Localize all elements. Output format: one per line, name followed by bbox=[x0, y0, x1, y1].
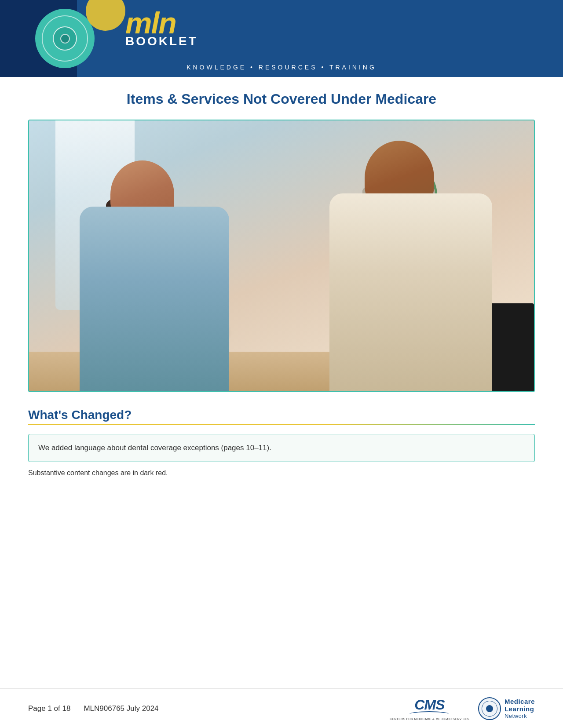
mln-label-medicare: Medicare bbox=[505, 698, 535, 705]
section-underline bbox=[28, 424, 535, 425]
cms-logo-text: CMS bbox=[414, 697, 444, 713]
logo-mln-text: mln bbox=[125, 8, 176, 38]
mln-circle-icon bbox=[478, 697, 501, 720]
person-man bbox=[323, 127, 508, 391]
header-tagline: KNOWLEDGE • RESOURCES • TRAINING bbox=[0, 64, 563, 71]
mln-logo: mln BOOKLET bbox=[125, 8, 198, 48]
whats-changed-section: What's Changed? We added language about … bbox=[28, 408, 535, 477]
page-header: mln BOOKLET KNOWLEDGE • RESOURCES • TRAI… bbox=[0, 0, 563, 77]
cms-subtitle: CENTERS FOR MEDICARE & MEDICAID SERVICES bbox=[390, 717, 469, 721]
main-content: Items & Services Not Covered Under Medic… bbox=[0, 77, 563, 502]
cms-logo: CMS CENTERS FOR MEDICARE & MEDICAID SERV… bbox=[390, 697, 469, 721]
header-circle-teal bbox=[35, 9, 95, 68]
mln-label-network: Network bbox=[505, 713, 535, 719]
cover-image bbox=[28, 120, 535, 392]
person-woman bbox=[64, 141, 249, 391]
page-footer: Page 1 of 18 MLN906765 July 2024 CMS CEN… bbox=[0, 688, 563, 728]
page-number: Page 1 of 18 bbox=[28, 704, 70, 713]
logo-booklet-text: BOOKLET bbox=[125, 34, 198, 48]
whats-changed-title: What's Changed? bbox=[28, 408, 535, 422]
doc-reference: MLN906765 July 2024 bbox=[84, 704, 158, 713]
substantive-note: Substantive content changes are in dark … bbox=[28, 469, 535, 477]
mln-label-learning: Learning bbox=[505, 705, 535, 713]
mln-logo-text-block: Medicare Learning Network bbox=[505, 698, 535, 719]
footer-logos: CMS CENTERS FOR MEDICARE & MEDICAID SERV… bbox=[390, 697, 535, 721]
cms-arc bbox=[409, 711, 449, 717]
photo-scene bbox=[29, 120, 534, 391]
document-title: Items & Services Not Covered Under Medic… bbox=[28, 91, 535, 107]
change-note-box: We added language about dental coverage … bbox=[28, 434, 535, 462]
mln-logo-footer: Medicare Learning Network bbox=[478, 697, 535, 720]
footer-left: Page 1 of 18 MLN906765 July 2024 bbox=[28, 704, 390, 713]
change-note-text: We added language about dental coverage … bbox=[38, 442, 525, 454]
